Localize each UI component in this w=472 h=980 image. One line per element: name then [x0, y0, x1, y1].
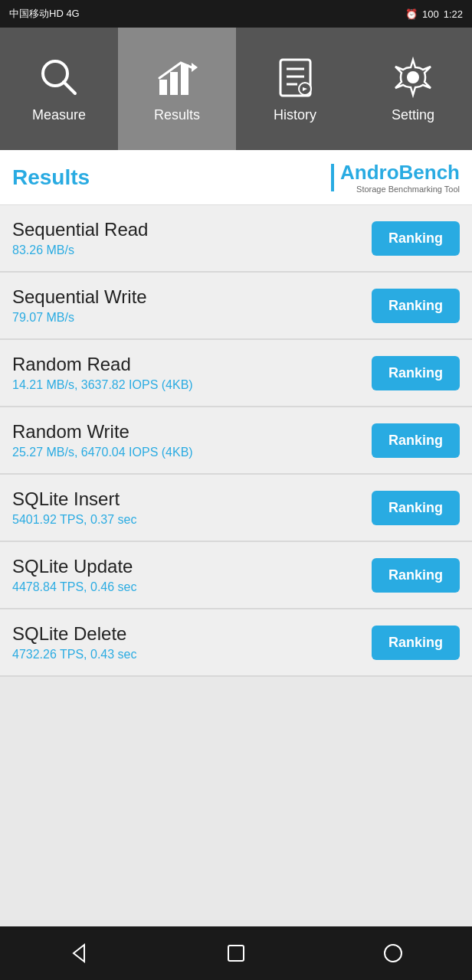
nav-home-button[interactable] — [221, 938, 251, 969]
result-name: SQLite Update — [12, 556, 372, 577]
result-value: 79.07 MB/s — [12, 311, 372, 325]
svg-marker-5 — [192, 63, 198, 72]
result-name: Random Write — [12, 421, 372, 443]
result-row: Random Read 14.21 MB/s, 3637.82 IOPS (4K… — [0, 340, 472, 407]
ranking-button[interactable]: Ranking — [372, 423, 460, 458]
result-name: Random Read — [12, 354, 372, 375]
svg-rect-14 — [228, 946, 244, 961]
tab-results[interactable]: Results — [118, 28, 236, 150]
brand-name-bench: Bench — [399, 161, 460, 184]
tab-measure-label: Measure — [32, 107, 86, 123]
ranking-button[interactable]: Ranking — [372, 491, 460, 525]
ranking-button[interactable]: Ranking — [372, 356, 460, 390]
ranking-button[interactable]: Ranking — [372, 558, 460, 593]
brand-sub: Storage Benchmarking Tool — [356, 185, 460, 194]
tab-history[interactable]: History — [236, 28, 354, 150]
result-value: 14.21 MB/s, 3637.82 IOPS (4KB) — [12, 378, 372, 392]
tab-results-label: Results — [154, 107, 200, 123]
result-info: SQLite Insert 5401.92 TPS, 0.37 sec — [12, 488, 372, 527]
result-info: Sequential Read 83.26 MB/s — [12, 219, 372, 257]
nav-tabs: Measure Results History — [0, 28, 472, 150]
measure-icon — [36, 55, 82, 101]
result-info: SQLite Update 4478.84 TPS, 0.46 sec — [12, 556, 372, 594]
setting-icon — [390, 55, 436, 101]
svg-point-12 — [407, 71, 419, 83]
brand-name-andro: Andro — [340, 161, 399, 184]
tab-measure[interactable]: Measure — [0, 28, 118, 150]
history-icon — [272, 55, 318, 101]
status-bar: 中国移动HD 4G ⏰ 100 1:22 — [0, 0, 472, 28]
result-value: 83.26 MB/s — [12, 243, 372, 257]
battery-icon: ⏰ — [405, 8, 418, 20]
brand-name: AndroBench — [340, 161, 460, 185]
nav-back-button[interactable] — [64, 938, 94, 969]
svg-rect-3 — [170, 72, 178, 95]
result-value: 4478.84 TPS, 0.46 sec — [12, 580, 372, 594]
result-value: 5401.92 TPS, 0.37 sec — [12, 513, 372, 527]
results-icon — [154, 55, 200, 101]
nav-recent-button[interactable] — [378, 938, 408, 969]
brand-bar — [331, 164, 334, 191]
result-row: Sequential Read 83.26 MB/s Ranking — [0, 205, 472, 273]
ranking-button[interactable]: Ranking — [372, 289, 460, 323]
bottom-nav — [0, 926, 472, 980]
result-row: SQLite Delete 4732.26 TPS, 0.43 sec Rank… — [0, 609, 472, 677]
result-info: Random Read 14.21 MB/s, 3637.82 IOPS (4K… — [12, 354, 372, 392]
result-row: SQLite Insert 5401.92 TPS, 0.37 sec Rank… — [0, 475, 472, 542]
result-info: Sequential Write 79.07 MB/s — [12, 286, 372, 325]
svg-marker-13 — [74, 945, 84, 962]
page-header: Results AndroBench Storage Benchmarking … — [0, 150, 472, 205]
brand-wrapper: AndroBench Storage Benchmarking Tool — [331, 161, 460, 194]
battery-level: 100 — [422, 8, 439, 20]
svg-rect-4 — [181, 64, 188, 95]
tab-setting[interactable]: Setting — [354, 28, 472, 150]
svg-point-15 — [385, 945, 402, 962]
results-list: Sequential Read 83.26 MB/s Ranking Seque… — [0, 205, 472, 926]
result-name: SQLite Delete — [12, 623, 372, 645]
result-row: Sequential Write 79.07 MB/s Ranking — [0, 273, 472, 340]
result-value: 4732.26 TPS, 0.43 sec — [12, 648, 372, 662]
result-name: SQLite Insert — [12, 488, 372, 510]
carrier-text: 中国移动HD 4G — [9, 7, 80, 21]
page-title: Results — [12, 165, 90, 190]
status-left: 中国移动HD 4G — [9, 7, 80, 21]
result-row: SQLite Update 4478.84 TPS, 0.46 sec Rank… — [0, 542, 472, 609]
ranking-button[interactable]: Ranking — [372, 626, 460, 660]
status-right: ⏰ 100 1:22 — [405, 8, 463, 20]
ranking-button[interactable]: Ranking — [372, 221, 460, 256]
svg-line-1 — [64, 82, 75, 93]
tab-history-label: History — [274, 107, 316, 123]
tab-setting-label: Setting — [392, 107, 434, 123]
result-info: Random Write 25.27 MB/s, 6470.04 IOPS (4… — [12, 421, 372, 459]
result-value: 25.27 MB/s, 6470.04 IOPS (4KB) — [12, 446, 372, 459]
result-name: Sequential Read — [12, 219, 372, 240]
result-row: Random Write 25.27 MB/s, 6470.04 IOPS (4… — [0, 407, 472, 475]
time-display: 1:22 — [444, 8, 463, 20]
result-info: SQLite Delete 4732.26 TPS, 0.43 sec — [12, 623, 372, 662]
brand-logo: AndroBench Storage Benchmarking Tool — [340, 161, 460, 194]
result-name: Sequential Write — [12, 286, 372, 308]
svg-rect-2 — [159, 80, 167, 95]
